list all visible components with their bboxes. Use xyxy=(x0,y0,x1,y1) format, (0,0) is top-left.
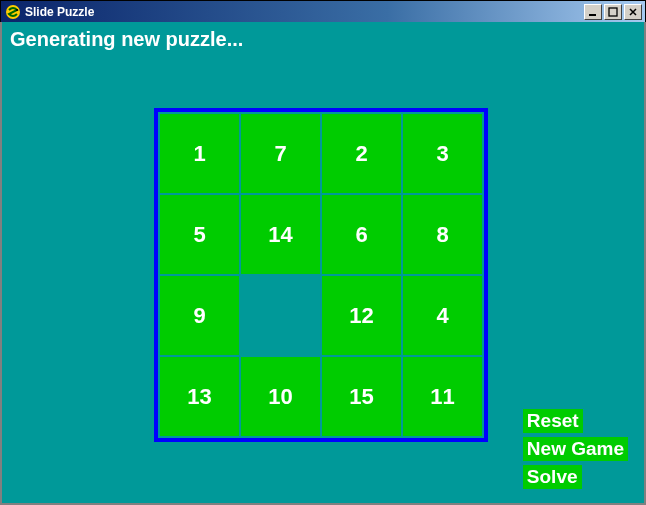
maximize-button[interactable] xyxy=(604,4,622,20)
reset-button[interactable]: Reset xyxy=(523,409,583,433)
tile-11[interactable]: 11 xyxy=(403,357,482,436)
titlebar: Slide Puzzle xyxy=(0,0,646,22)
control-buttons: Reset New Game Solve xyxy=(523,409,628,489)
tile-8[interactable]: 8 xyxy=(403,195,482,274)
tile-3[interactable]: 3 xyxy=(403,114,482,193)
tile-7[interactable]: 7 xyxy=(241,114,320,193)
svg-rect-2 xyxy=(589,14,596,16)
tile-2[interactable]: 2 xyxy=(322,114,401,193)
tile-12[interactable]: 12 xyxy=(322,276,401,355)
tile-13[interactable]: 13 xyxy=(160,357,239,436)
tile-1[interactable]: 1 xyxy=(160,114,239,193)
svg-point-1 xyxy=(16,9,18,11)
tile-6[interactable]: 6 xyxy=(322,195,401,274)
tile-14[interactable]: 14 xyxy=(241,195,320,274)
empty-slot xyxy=(241,276,320,355)
tile-15[interactable]: 15 xyxy=(322,357,401,436)
status-text: Generating new puzzle... xyxy=(2,22,644,57)
new-game-button[interactable]: New Game xyxy=(523,437,628,461)
minimize-button[interactable] xyxy=(584,4,602,20)
window-buttons xyxy=(584,4,642,20)
window-title: Slide Puzzle xyxy=(25,5,584,19)
svg-rect-3 xyxy=(609,8,617,16)
app-icon xyxy=(5,4,21,20)
tile-10[interactable]: 10 xyxy=(241,357,320,436)
close-button[interactable] xyxy=(624,4,642,20)
tile-9[interactable]: 9 xyxy=(160,276,239,355)
tile-5[interactable]: 5 xyxy=(160,195,239,274)
game-area: Generating new puzzle... 172351468912413… xyxy=(2,22,644,503)
puzzle-board: 172351468912413101511 xyxy=(154,108,488,442)
tile-4[interactable]: 4 xyxy=(403,276,482,355)
solve-button[interactable]: Solve xyxy=(523,465,582,489)
